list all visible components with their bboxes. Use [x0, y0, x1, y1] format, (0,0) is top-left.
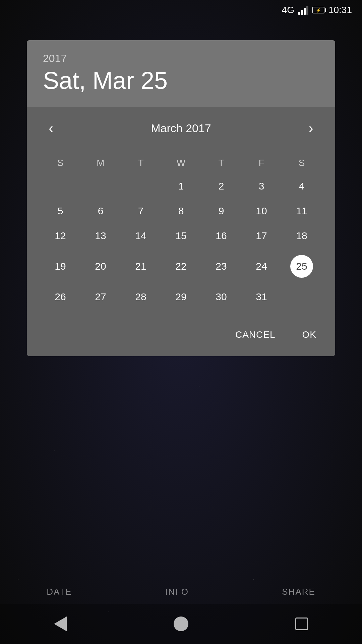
- chevron-left-icon: ‹: [49, 121, 53, 136]
- calendar-day[interactable]: 25: [282, 248, 322, 284]
- recents-button[interactable]: [292, 614, 312, 634]
- recents-icon: [295, 618, 308, 630]
- prev-month-button[interactable]: ‹: [40, 117, 62, 139]
- calendar-day[interactable]: 20: [80, 248, 121, 284]
- next-month-button[interactable]: ›: [300, 117, 322, 139]
- dialog-body: ‹ March 2017 › SMTWTFS123456789101112131…: [27, 107, 335, 316]
- calendar-day[interactable]: 9: [201, 199, 241, 223]
- calendar-empty: [121, 174, 161, 199]
- share-nav-item[interactable]: SHARE: [282, 587, 315, 597]
- day-header: F: [241, 152, 282, 174]
- day-header: W: [161, 152, 201, 174]
- ok-button[interactable]: OK: [292, 323, 327, 347]
- calendar-empty: [80, 174, 121, 199]
- calendar-day[interactable]: 19: [40, 248, 80, 284]
- battery-icon: ⚡: [312, 7, 324, 13]
- calendar-day[interactable]: 14: [121, 223, 161, 248]
- date-nav-item[interactable]: DATE: [47, 587, 72, 597]
- dialog-header: 2017 Sat, Mar 25: [27, 40, 335, 107]
- calendar-day[interactable]: 15: [161, 223, 201, 248]
- calendar-day[interactable]: 17: [241, 223, 282, 248]
- selected-day-circle: 25: [290, 255, 313, 278]
- day-header: M: [80, 152, 121, 174]
- back-icon: [54, 616, 67, 631]
- calendar-empty: [40, 174, 80, 199]
- calendar-day[interactable]: 21: [121, 248, 161, 284]
- calendar-day[interactable]: 4: [282, 174, 322, 199]
- selected-date: Sat, Mar 25: [43, 67, 319, 94]
- calendar-day[interactable]: 11: [282, 199, 322, 223]
- calendar-grid: SMTWTFS123456789101112131415161718192021…: [40, 152, 322, 309]
- day-header: S: [282, 152, 322, 174]
- calendar-day[interactable]: 8: [161, 199, 201, 223]
- calendar-day[interactable]: 29: [161, 284, 201, 309]
- calendar-navigation: ‹ March 2017 ›: [40, 117, 322, 139]
- calendar-day[interactable]: 16: [201, 223, 241, 248]
- chevron-right-icon: ›: [309, 121, 313, 136]
- calendar-day[interactable]: 28: [121, 284, 161, 309]
- status-bar: 4G ⚡ 10:31: [0, 0, 362, 20]
- calendar-day[interactable]: 24: [241, 248, 282, 284]
- info-nav-item[interactable]: INFO: [165, 587, 189, 597]
- system-navigation: [0, 604, 362, 644]
- date-picker-dialog: 2017 Sat, Mar 25 ‹ March 2017 › SMTWTFS1…: [27, 40, 335, 356]
- calendar-day[interactable]: 2: [201, 174, 241, 199]
- day-header: T: [201, 152, 241, 174]
- calendar-day[interactable]: 1: [161, 174, 201, 199]
- calendar-day[interactable]: 31: [241, 284, 282, 309]
- calendar-day[interactable]: 10: [241, 199, 282, 223]
- current-month-year: March 2017: [151, 122, 211, 135]
- calendar-day[interactable]: 13: [80, 223, 121, 248]
- calendar-day[interactable]: 18: [282, 223, 322, 248]
- signal-icon: [298, 5, 308, 15]
- calendar-day[interactable]: 22: [161, 248, 201, 284]
- calendar-day[interactable]: 5: [40, 199, 80, 223]
- calendar-empty: [282, 284, 322, 309]
- clock: 10:31: [328, 5, 352, 15]
- home-button[interactable]: [171, 614, 191, 634]
- bottom-nav: DATE INFO SHARE: [0, 580, 362, 604]
- calendar-day[interactable]: 12: [40, 223, 80, 248]
- day-header: T: [121, 152, 161, 174]
- dialog-actions: CANCEL OK: [27, 316, 335, 356]
- calendar-day[interactable]: 23: [201, 248, 241, 284]
- selected-year: 2017: [43, 52, 319, 65]
- calendar-day[interactable]: 27: [80, 284, 121, 309]
- network-indicator: 4G: [282, 5, 294, 15]
- home-icon: [174, 616, 188, 631]
- calendar-day[interactable]: 7: [121, 199, 161, 223]
- calendar-day[interactable]: 26: [40, 284, 80, 309]
- calendar-day[interactable]: 6: [80, 199, 121, 223]
- calendar-day[interactable]: 30: [201, 284, 241, 309]
- day-header: S: [40, 152, 80, 174]
- cancel-button[interactable]: CANCEL: [225, 323, 286, 347]
- calendar-day[interactable]: 3: [241, 174, 282, 199]
- back-button[interactable]: [50, 614, 70, 634]
